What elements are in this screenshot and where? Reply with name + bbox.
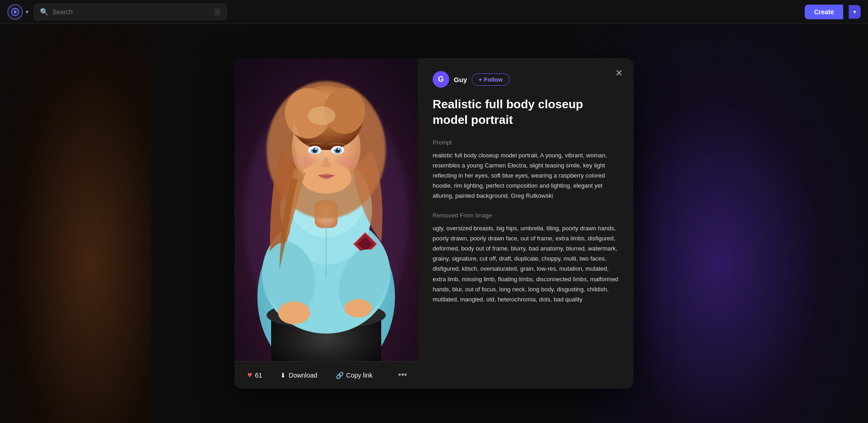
svg-point-36: [345, 299, 372, 317]
follow-plus-icon: +: [479, 76, 482, 83]
image-modal: ♥ 61 ⬇ Download 🔗 Copy link ••• ✕ G: [234, 58, 634, 389]
prompt-label: Prompt: [433, 139, 619, 146]
author-avatar: G: [433, 71, 449, 88]
image-area: [234, 58, 418, 361]
create-button[interactable]: Create: [805, 5, 843, 19]
topnav: ▾ 🔍 / Create ▾: [0, 0, 868, 24]
info-panel: ✕ G Guy + Follow Realistic full body clo…: [418, 58, 634, 389]
author-row: G Guy + Follow: [433, 71, 619, 88]
svg-point-19: [308, 106, 335, 125]
bg-blur-left: [0, 24, 151, 423]
like-button[interactable]: ♥ 61: [242, 367, 267, 384]
svg-point-35: [278, 301, 310, 324]
author-name: Guy: [454, 76, 467, 83]
prompt-text: realistic full body closeup model portra…: [433, 150, 619, 201]
search-input[interactable]: [52, 8, 210, 16]
logo-icon: [7, 4, 23, 20]
svg-point-27: [338, 148, 339, 150]
logo-button[interactable]: ▾: [7, 4, 28, 20]
copy-link-label: Copy link: [346, 372, 373, 379]
logo-chevron-icon: ▾: [26, 9, 28, 15]
removed-from-image-label: Removed From Image: [433, 212, 619, 219]
svg-point-39: [334, 147, 337, 150]
download-button[interactable]: ⬇ Download: [275, 368, 323, 383]
more-options-button[interactable]: •••: [395, 367, 411, 384]
download-icon: ⬇: [280, 372, 286, 379]
like-count: 61: [255, 372, 262, 379]
copy-icon: 🔗: [336, 372, 344, 379]
download-label: Download: [289, 372, 317, 379]
portrait-image: [234, 58, 418, 361]
svg-point-29: [337, 156, 357, 167]
image-panel: ♥ 61 ⬇ Download 🔗 Copy link •••: [234, 58, 418, 389]
search-shortcut: /: [214, 8, 221, 16]
heart-icon: ♥: [247, 370, 252, 380]
svg-point-1: [14, 11, 17, 13]
svg-point-26: [315, 148, 317, 150]
close-button[interactable]: ✕: [612, 66, 626, 80]
svg-point-38: [311, 147, 314, 150]
removed-text: ugly, oversized breasts, big hips, umbre…: [433, 223, 619, 305]
follow-label: Follow: [484, 76, 503, 83]
image-bottom-bar: ♥ 61 ⬇ Download 🔗 Copy link •••: [234, 361, 418, 389]
search-icon: 🔍: [40, 8, 49, 16]
search-bar: 🔍 /: [34, 4, 227, 20]
image-title: Realistic full body closeup model portra…: [433, 97, 619, 128]
copy-link-button[interactable]: 🔗 Copy link: [330, 368, 378, 383]
follow-button[interactable]: + Follow: [472, 73, 510, 86]
create-dropdown-button[interactable]: ▾: [849, 5, 861, 19]
main-content: ♥ 61 ⬇ Download 🔗 Copy link ••• ✕ G: [0, 24, 868, 423]
